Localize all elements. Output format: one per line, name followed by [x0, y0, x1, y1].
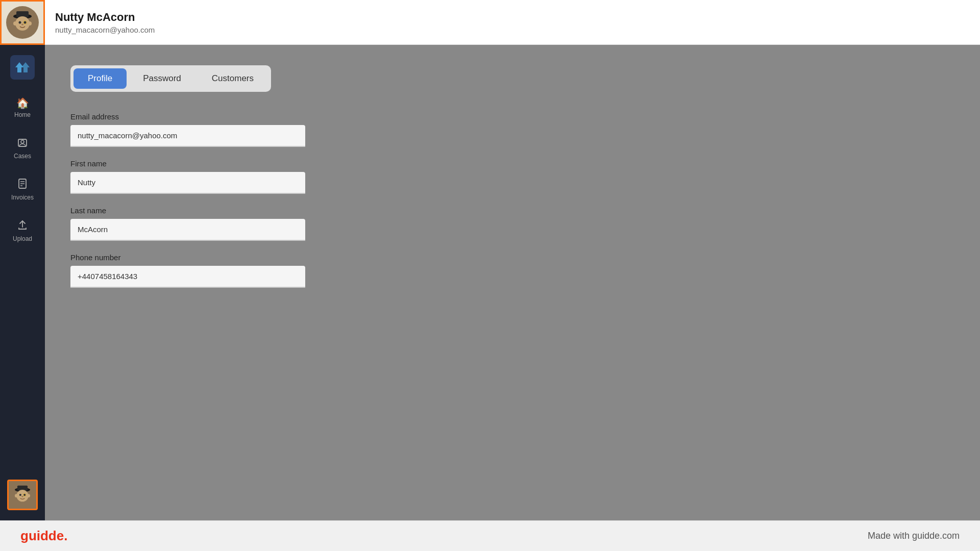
svg-point-21 — [21, 496, 23, 497]
tab-profile[interactable]: Profile — [74, 68, 127, 89]
sidebar: 🏠 Home Cases — [0, 45, 45, 520]
svg-point-23 — [27, 494, 30, 497]
header-avatar-highlighted[interactable] — [0, 0, 45, 45]
content-area: Profile Password Customers Email address… — [45, 45, 980, 520]
firstname-label: First name — [70, 159, 305, 168]
sidebar-item-cases[interactable]: Cases — [0, 130, 45, 167]
svg-point-18 — [16, 490, 28, 502]
footer-brand: guidde. — [20, 528, 67, 544]
sidebar-item-home[interactable]: 🏠 Home — [0, 90, 45, 126]
sidebar-label-home: Home — [14, 111, 31, 118]
email-group: Email address — [70, 112, 305, 147]
sidebar-bottom — [7, 480, 38, 510]
sidebar-nav: 🏠 Home Cases — [0, 90, 45, 249]
sidebar-label-invoices: Invoices — [11, 194, 34, 201]
firstname-group: First name — [70, 159, 305, 194]
svg-point-5 — [21, 23, 23, 25]
invoices-icon — [17, 178, 28, 192]
tab-customers[interactable]: Customers — [198, 68, 268, 89]
footer: guidde. Made with guidde.com — [0, 520, 980, 551]
phone-input[interactable] — [70, 266, 305, 288]
app-logo[interactable] — [10, 55, 35, 80]
sidebar-avatar[interactable] — [7, 480, 38, 510]
tabs-container: Profile Password Customers — [70, 65, 271, 92]
user-name: Nutty McAcorn — [55, 11, 155, 24]
svg-point-7 — [28, 21, 32, 26]
lastname-group: Last name — [70, 206, 305, 241]
sidebar-item-upload[interactable]: Upload — [0, 212, 45, 249]
svg-point-20 — [23, 494, 26, 496]
user-info: Nutty McAcorn nutty_macacorn@yahoo.com — [45, 11, 165, 34]
email-input[interactable] — [70, 125, 305, 147]
upload-icon — [17, 219, 28, 233]
svg-point-22 — [15, 494, 18, 497]
home-icon: 🏠 — [16, 97, 29, 109]
svg-point-3 — [19, 21, 21, 23]
header-avatar — [6, 6, 39, 39]
svg-point-11 — [21, 140, 24, 143]
phone-label: Phone number — [70, 253, 305, 262]
sidebar-label-upload: Upload — [13, 235, 32, 242]
main-layout: 🏠 Home Cases — [0, 45, 980, 520]
profile-form: Email address First name Last name Phone… — [70, 112, 305, 288]
phone-group: Phone number — [70, 253, 305, 288]
lastname-input[interactable] — [70, 219, 305, 241]
tab-password[interactable]: Password — [129, 68, 195, 89]
svg-point-19 — [19, 494, 21, 496]
cases-icon — [17, 137, 28, 151]
lastname-label: Last name — [70, 206, 305, 215]
svg-point-6 — [13, 21, 17, 26]
top-header: Nutty McAcorn nutty_macacorn@yahoo.com — [0, 0, 980, 45]
firstname-input[interactable] — [70, 172, 305, 194]
sidebar-label-cases: Cases — [14, 153, 31, 160]
svg-point-4 — [24, 21, 27, 23]
email-label: Email address — [70, 112, 305, 121]
user-email: nutty_macacorn@yahoo.com — [55, 26, 155, 34]
sidebar-item-invoices[interactable]: Invoices — [0, 171, 45, 208]
footer-tagline: Made with guidde.com — [868, 531, 960, 541]
svg-point-2 — [15, 16, 30, 31]
